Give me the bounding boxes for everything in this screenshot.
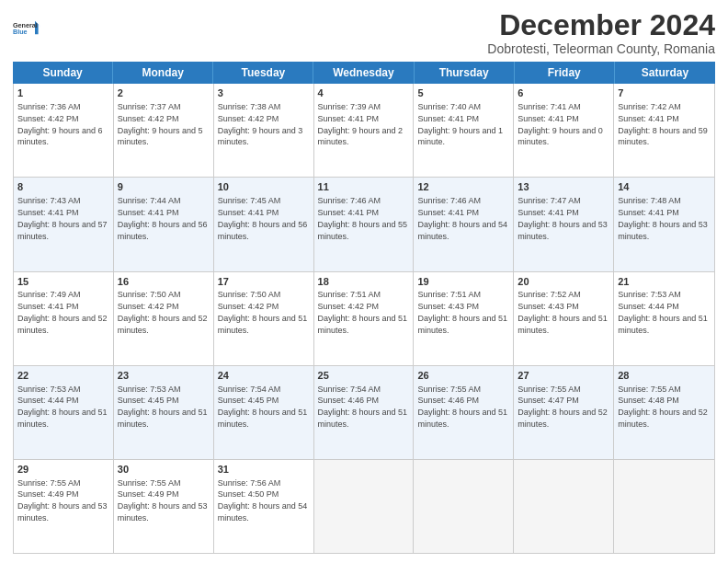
daylight-text: Daylight: 8 hours and 53 minutes. bbox=[118, 501, 208, 523]
sunrise-text: Sunrise: 7:52 AM bbox=[518, 290, 581, 299]
sunset-text: Sunset: 4:49 PM bbox=[17, 489, 79, 499]
sunrise-text: Sunrise: 7:55 AM bbox=[17, 478, 81, 488]
day-number: 9 bbox=[118, 180, 210, 194]
day-cell-10: 10 Sunrise: 7:45 AM Sunset: 4:41 PM Dayl… bbox=[214, 178, 314, 270]
calendar-body: 1 Sunrise: 7:36 AM Sunset: 4:42 PM Dayli… bbox=[13, 84, 715, 554]
day-cell-23: 23 Sunrise: 7:53 AM Sunset: 4:45 PM Dayl… bbox=[114, 366, 214, 459]
day-cell-22: 22 Sunrise: 7:53 AM Sunset: 4:44 PM Dayl… bbox=[14, 366, 114, 459]
day-cell-26: 26 Sunrise: 7:55 AM Sunset: 4:46 PM Dayl… bbox=[414, 366, 514, 459]
sunrise-text: Sunrise: 7:54 AM bbox=[218, 385, 281, 394]
daylight-text: Daylight: 8 hours and 51 minutes. bbox=[17, 408, 108, 429]
day-cell-4: 4 Sunrise: 7:39 AM Sunset: 4:41 PM Dayli… bbox=[314, 84, 415, 177]
sunset-text: Sunset: 4:42 PM bbox=[118, 302, 179, 311]
sunrise-text: Sunrise: 7:45 AM bbox=[218, 196, 281, 205]
daylight-text: Daylight: 9 hours and 6 minutes. bbox=[17, 126, 103, 147]
daylight-text: Daylight: 9 hours and 5 minutes. bbox=[118, 126, 203, 147]
sunrise-text: Sunrise: 7:50 AM bbox=[218, 290, 281, 299]
calendar-week-5: 29 Sunrise: 7:55 AM Sunset: 4:49 PM Dayl… bbox=[14, 460, 714, 553]
sunrise-text: Sunrise: 7:41 AM bbox=[518, 102, 581, 111]
day-cell-1: 1 Sunrise: 7:36 AM Sunset: 4:42 PM Dayli… bbox=[14, 84, 114, 177]
day-cell-21: 21 Sunrise: 7:53 AM Sunset: 4:44 PM Dayl… bbox=[614, 272, 714, 365]
day-cell-27: 27 Sunrise: 7:55 AM Sunset: 4:47 PM Dayl… bbox=[514, 366, 614, 459]
day-number: 15 bbox=[17, 275, 109, 289]
logo-svg: General Blue bbox=[13, 13, 42, 46]
sunrise-text: Sunrise: 7:51 AM bbox=[318, 290, 381, 299]
daylight-text: Daylight: 8 hours and 57 minutes. bbox=[17, 220, 108, 241]
day-number: 4 bbox=[318, 86, 410, 100]
sunset-text: Sunset: 4:41 PM bbox=[518, 208, 579, 217]
day-number: 17 bbox=[218, 275, 310, 289]
sunset-text: Sunset: 4:42 PM bbox=[318, 302, 380, 311]
svg-text:Blue: Blue bbox=[13, 28, 28, 36]
daylight-text: Daylight: 8 hours and 54 minutes. bbox=[218, 501, 308, 523]
sunrise-text: Sunrise: 7:55 AM bbox=[518, 385, 581, 394]
empty-cell bbox=[314, 460, 415, 553]
daylight-text: Daylight: 9 hours and 0 minutes. bbox=[518, 126, 603, 147]
daylight-text: Daylight: 8 hours and 51 minutes. bbox=[218, 408, 308, 429]
daylight-text: Daylight: 8 hours and 53 minutes. bbox=[518, 220, 608, 241]
day-number: 8 bbox=[17, 180, 109, 194]
sunset-text: Sunset: 4:44 PM bbox=[17, 396, 79, 405]
sunset-text: Sunset: 4:42 PM bbox=[218, 114, 279, 123]
sunset-text: Sunset: 4:43 PM bbox=[518, 302, 579, 311]
sunset-text: Sunset: 4:41 PM bbox=[318, 208, 380, 217]
sunset-text: Sunset: 4:41 PM bbox=[118, 208, 179, 217]
day-number: 2 bbox=[118, 86, 210, 100]
day-cell-25: 25 Sunrise: 7:54 AM Sunset: 4:46 PM Dayl… bbox=[314, 366, 415, 459]
month-title: December 2024 bbox=[487, 9, 715, 41]
sunrise-text: Sunrise: 7:43 AM bbox=[17, 196, 81, 205]
sunrise-text: Sunrise: 7:38 AM bbox=[218, 102, 281, 111]
sunrise-text: Sunrise: 7:53 AM bbox=[17, 385, 81, 394]
day-number: 14 bbox=[618, 180, 711, 194]
day-number: 6 bbox=[518, 86, 609, 100]
sunset-text: Sunset: 4:49 PM bbox=[118, 489, 179, 499]
day-number: 26 bbox=[417, 369, 509, 383]
day-number: 10 bbox=[218, 180, 310, 194]
day-cell-18: 18 Sunrise: 7:51 AM Sunset: 4:42 PM Dayl… bbox=[314, 272, 415, 365]
day-cell-8: 8 Sunrise: 7:43 AM Sunset: 4:41 PM Dayli… bbox=[14, 178, 114, 270]
daylight-text: Daylight: 9 hours and 1 minute. bbox=[417, 126, 503, 147]
day-cell-13: 13 Sunrise: 7:47 AM Sunset: 4:41 PM Dayl… bbox=[514, 178, 614, 270]
day-number: 21 bbox=[618, 275, 711, 289]
sunset-text: Sunset: 4:42 PM bbox=[17, 114, 79, 123]
sunset-text: Sunset: 4:41 PM bbox=[518, 114, 579, 123]
daylight-text: Daylight: 8 hours and 53 minutes. bbox=[17, 501, 108, 523]
empty-cell bbox=[514, 460, 614, 553]
empty-cell bbox=[614, 460, 714, 553]
day-number: 25 bbox=[318, 369, 410, 383]
daylight-text: Daylight: 8 hours and 54 minutes. bbox=[417, 220, 507, 241]
sunset-text: Sunset: 4:41 PM bbox=[618, 114, 679, 123]
day-cell-28: 28 Sunrise: 7:55 AM Sunset: 4:48 PM Dayl… bbox=[614, 366, 714, 459]
title-block: December 2024 Dobrotesti, Teleorman Coun… bbox=[487, 9, 715, 56]
sunrise-text: Sunrise: 7:47 AM bbox=[518, 196, 581, 205]
day-cell-12: 12 Sunrise: 7:46 AM Sunset: 4:41 PM Dayl… bbox=[414, 178, 514, 270]
day-cell-11: 11 Sunrise: 7:46 AM Sunset: 4:41 PM Dayl… bbox=[314, 178, 415, 270]
day-cell-2: 2 Sunrise: 7:37 AM Sunset: 4:42 PM Dayli… bbox=[114, 84, 214, 177]
sunrise-text: Sunrise: 7:44 AM bbox=[118, 196, 181, 205]
calendar: SundayMondayTuesdayWednesdayThursdayFrid… bbox=[13, 62, 715, 554]
daylight-text: Daylight: 8 hours and 51 minutes. bbox=[417, 408, 507, 429]
sunset-text: Sunset: 4:41 PM bbox=[417, 208, 479, 217]
daylight-text: Daylight: 8 hours and 51 minutes. bbox=[618, 314, 708, 335]
daylight-text: Daylight: 8 hours and 56 minutes. bbox=[118, 220, 208, 241]
header: General Blue December 2024 Dobrotesti, T… bbox=[13, 9, 715, 56]
header-day-thursday: Thursday bbox=[415, 62, 515, 84]
daylight-text: Daylight: 8 hours and 51 minutes. bbox=[318, 408, 408, 429]
day-number: 13 bbox=[518, 180, 609, 194]
calendar-header: SundayMondayTuesdayWednesdayThursdayFrid… bbox=[13, 62, 715, 84]
location-subtitle: Dobrotesti, Teleorman County, Romania bbox=[487, 41, 715, 56]
page: General Blue December 2024 Dobrotesti, T… bbox=[0, 0, 728, 563]
sunrise-text: Sunrise: 7:55 AM bbox=[118, 478, 181, 488]
calendar-week-2: 8 Sunrise: 7:43 AM Sunset: 4:41 PM Dayli… bbox=[14, 178, 714, 271]
day-cell-14: 14 Sunrise: 7:48 AM Sunset: 4:41 PM Dayl… bbox=[614, 178, 714, 270]
sunrise-text: Sunrise: 7:40 AM bbox=[417, 102, 481, 111]
day-cell-24: 24 Sunrise: 7:54 AM Sunset: 4:45 PM Dayl… bbox=[214, 366, 314, 459]
sunrise-text: Sunrise: 7:49 AM bbox=[17, 290, 81, 299]
sunset-text: Sunset: 4:41 PM bbox=[417, 114, 479, 123]
daylight-text: Daylight: 9 hours and 3 minutes. bbox=[218, 126, 303, 147]
day-number: 12 bbox=[417, 180, 509, 194]
sunset-text: Sunset: 4:41 PM bbox=[17, 208, 79, 217]
header-day-tuesday: Tuesday bbox=[213, 62, 313, 84]
sunrise-text: Sunrise: 7:53 AM bbox=[618, 290, 681, 299]
day-number: 27 bbox=[518, 369, 609, 383]
